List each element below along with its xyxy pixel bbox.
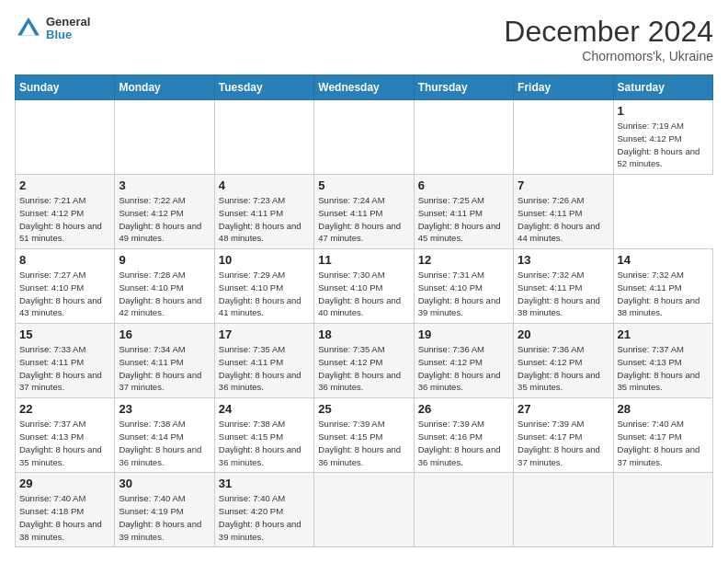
day-number: 5 <box>318 178 409 192</box>
logo-blue-text: Blue <box>46 29 90 41</box>
calendar-cell <box>414 100 513 175</box>
calendar-cell: 31Sunrise: 7:40 AMSunset: 4:20 PMDayligh… <box>214 473 313 547</box>
day-number: 26 <box>418 402 509 416</box>
day-number: 8 <box>19 253 110 267</box>
calendar-cell <box>115 100 214 175</box>
calendar-cell <box>514 473 613 547</box>
calendar-cell: 12Sunrise: 7:31 AMSunset: 4:10 PMDayligh… <box>414 249 513 324</box>
calendar-cell: 26Sunrise: 7:39 AMSunset: 4:16 PMDayligh… <box>414 398 513 473</box>
day-info: Sunrise: 7:39 AMSunset: 4:15 PMDaylight:… <box>318 418 409 468</box>
day-info: Sunrise: 7:21 AMSunset: 4:12 PMDaylight:… <box>19 194 110 245</box>
week-row-1: 2Sunrise: 7:21 AMSunset: 4:12 PMDaylight… <box>16 175 713 249</box>
day-info: Sunrise: 7:39 AMSunset: 4:17 PMDaylight:… <box>518 418 609 468</box>
day-info: Sunrise: 7:40 AMSunset: 4:19 PMDaylight:… <box>119 492 210 543</box>
day-info: Sunrise: 7:35 AMSunset: 4:12 PMDaylight:… <box>318 343 409 394</box>
week-row-2: 8Sunrise: 7:27 AMSunset: 4:10 PMDaylight… <box>16 249 713 324</box>
header-day-saturday: Saturday <box>613 75 712 100</box>
calendar-cell: 6Sunrise: 7:25 AMSunset: 4:11 PMDaylight… <box>414 175 513 249</box>
day-number: 31 <box>219 477 310 490</box>
day-number: 17 <box>219 327 310 341</box>
page-header: General Blue December 2024 Chornomors'k,… <box>15 15 713 63</box>
title-block: December 2024 Chornomors'k, Ukraine <box>504 15 713 63</box>
day-number: 3 <box>119 178 210 192</box>
week-row-3: 15Sunrise: 7:33 AMSunset: 4:11 PMDayligh… <box>16 324 713 398</box>
calendar-cell: 1Sunrise: 7:19 AMSunset: 4:12 PMDaylight… <box>613 100 712 175</box>
logo-icon <box>15 15 42 42</box>
calendar-body: 1Sunrise: 7:19 AMSunset: 4:12 PMDaylight… <box>16 100 713 547</box>
header-row: SundayMondayTuesdayWednesdayThursdayFrid… <box>16 75 713 100</box>
header-day-sunday: Sunday <box>16 75 115 100</box>
day-number: 21 <box>618 327 709 341</box>
calendar-cell: 29Sunrise: 7:40 AMSunset: 4:18 PMDayligh… <box>16 473 115 547</box>
header-day-tuesday: Tuesday <box>214 75 313 100</box>
calendar-cell: 10Sunrise: 7:29 AMSunset: 4:10 PMDayligh… <box>214 249 313 324</box>
calendar-cell <box>314 473 414 547</box>
week-row-4: 22Sunrise: 7:37 AMSunset: 4:13 PMDayligh… <box>16 398 713 473</box>
calendar-cell: 5Sunrise: 7:24 AMSunset: 4:11 PMDaylight… <box>314 175 414 249</box>
day-number: 28 <box>618 402 709 416</box>
day-info: Sunrise: 7:33 AMSunset: 4:11 PMDaylight:… <box>19 343 110 394</box>
day-number: 16 <box>119 327 210 341</box>
day-info: Sunrise: 7:35 AMSunset: 4:11 PMDaylight:… <box>219 343 310 394</box>
day-info: Sunrise: 7:23 AMSunset: 4:11 PMDaylight:… <box>219 194 310 245</box>
day-info: Sunrise: 7:36 AMSunset: 4:12 PMDaylight:… <box>518 343 609 394</box>
week-row-0: 1Sunrise: 7:19 AMSunset: 4:12 PMDaylight… <box>16 100 713 175</box>
day-info: Sunrise: 7:29 AMSunset: 4:10 PMDaylight:… <box>219 269 310 319</box>
day-info: Sunrise: 7:36 AMSunset: 4:12 PMDaylight:… <box>418 343 509 394</box>
day-info: Sunrise: 7:38 AMSunset: 4:15 PMDaylight:… <box>219 418 310 468</box>
month-title: December 2024 <box>504 15 713 49</box>
day-number: 6 <box>418 178 509 192</box>
location: Chornomors'k, Ukraine <box>504 49 713 63</box>
calendar-cell: 7Sunrise: 7:26 AMSunset: 4:11 PMDaylight… <box>514 175 613 249</box>
calendar-cell: 2Sunrise: 7:21 AMSunset: 4:12 PMDaylight… <box>16 175 115 249</box>
day-number: 2 <box>19 178 110 192</box>
day-info: Sunrise: 7:19 AMSunset: 4:12 PMDaylight:… <box>618 120 709 170</box>
calendar-table: SundayMondayTuesdayWednesdayThursdayFrid… <box>15 75 713 547</box>
header-day-monday: Monday <box>115 75 214 100</box>
day-number: 7 <box>518 178 609 192</box>
day-info: Sunrise: 7:26 AMSunset: 4:11 PMDaylight:… <box>518 194 609 245</box>
calendar-cell: 3Sunrise: 7:22 AMSunset: 4:12 PMDaylight… <box>115 175 214 249</box>
calendar-cell: 13Sunrise: 7:32 AMSunset: 4:11 PMDayligh… <box>514 249 613 324</box>
day-info: Sunrise: 7:25 AMSunset: 4:11 PMDaylight:… <box>418 194 509 245</box>
day-number: 1 <box>618 104 709 118</box>
calendar-cell: 16Sunrise: 7:34 AMSunset: 4:11 PMDayligh… <box>115 324 214 398</box>
day-info: Sunrise: 7:39 AMSunset: 4:16 PMDaylight:… <box>418 418 509 468</box>
day-number: 10 <box>219 253 310 267</box>
day-info: Sunrise: 7:37 AMSunset: 4:13 PMDaylight:… <box>19 418 110 468</box>
day-number: 19 <box>418 327 509 341</box>
day-number: 27 <box>518 402 609 416</box>
calendar-header: SundayMondayTuesdayWednesdayThursdayFrid… <box>16 75 713 100</box>
day-info: Sunrise: 7:40 AMSunset: 4:18 PMDaylight:… <box>19 492 110 543</box>
calendar-cell <box>514 100 613 175</box>
week-row-5: 29Sunrise: 7:40 AMSunset: 4:18 PMDayligh… <box>16 473 713 547</box>
day-info: Sunrise: 7:34 AMSunset: 4:11 PMDaylight:… <box>119 343 210 394</box>
calendar-cell: 9Sunrise: 7:28 AMSunset: 4:10 PMDaylight… <box>115 249 214 324</box>
day-number: 13 <box>518 253 609 267</box>
day-number: 4 <box>219 178 310 192</box>
header-day-friday: Friday <box>514 75 613 100</box>
header-day-wednesday: Wednesday <box>314 75 414 100</box>
calendar-cell: 18Sunrise: 7:35 AMSunset: 4:12 PMDayligh… <box>314 324 414 398</box>
logo-text: General Blue <box>46 16 90 42</box>
calendar-cell: 28Sunrise: 7:40 AMSunset: 4:17 PMDayligh… <box>613 398 712 473</box>
calendar-cell: 25Sunrise: 7:39 AMSunset: 4:15 PMDayligh… <box>314 398 414 473</box>
calendar-cell: 23Sunrise: 7:38 AMSunset: 4:14 PMDayligh… <box>115 398 214 473</box>
calendar-cell: 14Sunrise: 7:32 AMSunset: 4:11 PMDayligh… <box>613 249 712 324</box>
day-info: Sunrise: 7:28 AMSunset: 4:10 PMDaylight:… <box>119 269 210 319</box>
calendar-cell <box>214 100 313 175</box>
day-info: Sunrise: 7:40 AMSunset: 4:20 PMDaylight:… <box>219 492 310 543</box>
day-info: Sunrise: 7:32 AMSunset: 4:11 PMDaylight:… <box>618 269 709 319</box>
calendar-cell: 30Sunrise: 7:40 AMSunset: 4:19 PMDayligh… <box>115 473 214 547</box>
day-number: 12 <box>418 253 509 267</box>
day-info: Sunrise: 7:31 AMSunset: 4:10 PMDaylight:… <box>418 269 509 319</box>
calendar-cell: 4Sunrise: 7:23 AMSunset: 4:11 PMDaylight… <box>214 175 313 249</box>
calendar-cell: 20Sunrise: 7:36 AMSunset: 4:12 PMDayligh… <box>514 324 613 398</box>
day-number: 25 <box>318 402 409 416</box>
calendar-cell <box>414 473 513 547</box>
day-info: Sunrise: 7:37 AMSunset: 4:13 PMDaylight:… <box>618 343 709 394</box>
calendar-cell <box>16 100 115 175</box>
day-number: 18 <box>318 327 409 341</box>
calendar-cell: 19Sunrise: 7:36 AMSunset: 4:12 PMDayligh… <box>414 324 513 398</box>
day-info: Sunrise: 7:40 AMSunset: 4:17 PMDaylight:… <box>618 418 709 468</box>
